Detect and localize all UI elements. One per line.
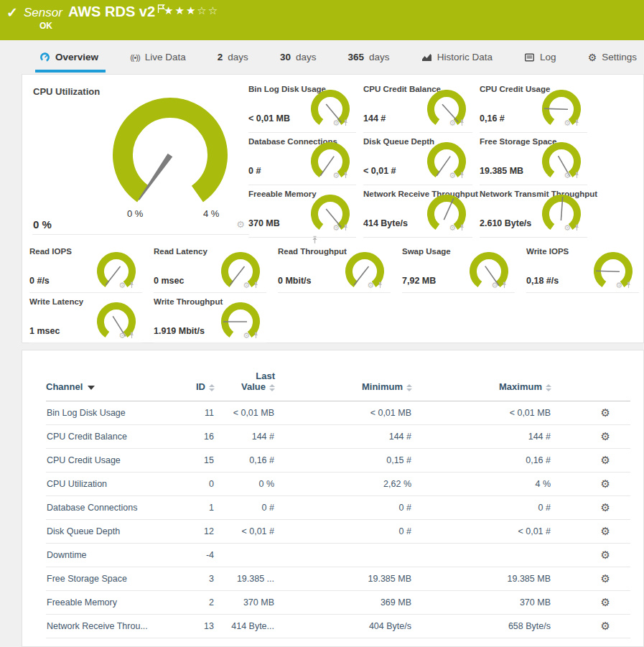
pin-icon[interactable] — [574, 116, 580, 129]
column-header-channel[interactable]: Channel — [46, 371, 157, 401]
gauge-value: 0,16 # — [480, 113, 505, 124]
tab-live-data[interactable]: ((•))Live Data — [130, 49, 186, 65]
cell-maximum: 370 MB — [412, 591, 551, 615]
pin-icon[interactable] — [253, 329, 259, 342]
gauge-tile-icons: ⚙ — [118, 329, 135, 342]
pin-icon[interactable] — [342, 169, 349, 182]
gear-icon[interactable]: ⚙ — [118, 281, 126, 289]
pin-icon[interactable] — [342, 221, 349, 234]
cell-id: 0 — [157, 473, 215, 496]
gauge-tile-icons: ⚙ — [332, 116, 349, 129]
channel-settings-gear-icon[interactable]: ⚙ — [601, 549, 610, 561]
column-header-max[interactable]: Maximum — [412, 371, 551, 401]
column-header-min[interactable]: Minimum — [275, 371, 412, 401]
tab-2-days[interactable]: 2days — [218, 49, 248, 65]
table-row-cpu-utilization: CPU Utilization00 %2,62 %4 %⚙ — [46, 473, 630, 496]
channel-settings-gear-icon[interactable]: ⚙ — [601, 406, 610, 419]
cell-channel: Freeable Memory — [46, 591, 157, 615]
cell-last-value: < 0,01 MB — [215, 401, 275, 425]
cell-actions: ⚙ — [551, 567, 630, 591]
gear-icon[interactable]: ⚙ — [243, 332, 250, 340]
gear-icon[interactable]: ⚙ — [449, 119, 456, 127]
pin-icon[interactable] — [625, 279, 632, 292]
pin-icon[interactable] — [129, 279, 135, 292]
table-row-cpu-credit-usage: CPU Credit Usage150,16 #0,15 #0,16 #⚙ — [46, 449, 630, 473]
tab-settings[interactable]: ⚙Settings — [588, 49, 637, 66]
pin-icon[interactable] — [459, 116, 465, 129]
pin-icon[interactable] — [459, 169, 465, 182]
sort-icon — [546, 384, 551, 391]
gear-icon[interactable]: ⚙ — [367, 281, 374, 289]
cell-id: 3 — [157, 567, 215, 591]
gear-icon[interactable]: ⚙ — [564, 172, 571, 180]
pin-icon[interactable] — [574, 221, 580, 234]
gauge-tile-network-transmit-throughput: Network Transmit Throughput2.610 Byte/s⚙ — [480, 185, 587, 238]
gear-icon[interactable]: ⚙ — [449, 224, 456, 232]
gauge-tile-write-latency: Write Latency1 msec⚙ — [29, 293, 142, 343]
gauge-title: Freeable Memory — [248, 190, 317, 198]
gauge-title: Read Latency — [154, 247, 207, 256]
gauge-value: 7,92 MB — [402, 276, 436, 286]
gear-icon[interactable]: ⚙ — [564, 224, 571, 232]
cell-actions: ⚙ — [551, 401, 630, 425]
gauge-value: 1.919 Mbit/s — [154, 326, 205, 336]
pin-icon[interactable] — [574, 169, 580, 182]
column-header-last[interactable]: LastValue — [215, 371, 275, 401]
tab-historic-data[interactable]: Historic Data — [421, 49, 493, 65]
gauge-tile-freeable-memory: Freeable Memory370 MB⚙ — [248, 185, 356, 238]
pin-icon[interactable] — [342, 116, 349, 129]
pin-icon[interactable] — [253, 279, 259, 292]
gauge-tile-icons: ⚙ — [449, 221, 465, 234]
stars-empty: ☆☆ — [197, 4, 219, 17]
tab-overview[interactable]: Overview — [39, 49, 98, 65]
gauge-tile-write-iops: Write IOPS0,18 #/s⚙ — [526, 243, 639, 293]
cell-maximum: < 0,01 MB — [412, 401, 551, 425]
tab-bar: Overview((•))Live Data2days30days365days… — [0, 40, 644, 74]
column-header-id[interactable]: ID — [157, 371, 215, 401]
gauge-tile-icons: ⚙ — [367, 279, 383, 292]
gear-icon[interactable]: ⚙ — [332, 172, 340, 180]
gear-icon[interactable]: ⚙ — [236, 220, 245, 229]
channel-settings-gear-icon[interactable]: ⚙ — [601, 620, 610, 632]
priority-stars[interactable]: ★★★☆☆ — [164, 4, 219, 17]
gear-icon[interactable]: ⚙ — [564, 119, 571, 127]
gear-icon[interactable]: ⚙ — [615, 281, 622, 289]
gear-icon[interactable]: ⚙ — [491, 281, 498, 289]
gauge-tile-icons: ⚙ — [243, 279, 259, 292]
gauge-value: < 0,01 # — [363, 166, 396, 176]
tab-label: days — [369, 52, 390, 62]
gear-icon[interactable]: ⚙ — [332, 119, 340, 127]
gear-icon[interactable]: ⚙ — [243, 281, 250, 289]
channel-settings-gear-icon[interactable]: ⚙ — [601, 572, 610, 585]
gauge-tile-icons: ⚙ — [332, 221, 349, 234]
tab-365-days[interactable]: 365days — [348, 49, 390, 65]
gauge-value: 0 msec — [154, 276, 184, 286]
tab-label: Overview — [55, 52, 98, 62]
channel-settings-gear-icon[interactable]: ⚙ — [601, 525, 610, 537]
cell-maximum — [412, 544, 551, 567]
gear-icon[interactable]: ⚙ — [118, 332, 126, 340]
gauge-tile-bin-log-disk-usage: Bin Log Disk Usage< 0,01 MB⚙ — [248, 80, 356, 133]
cell-channel: Downtime — [46, 544, 157, 567]
channel-settings-gear-icon[interactable]: ⚙ — [601, 454, 610, 466]
cell-actions: ⚙ — [551, 520, 630, 544]
pin-icon[interactable] — [377, 279, 383, 292]
channel-settings-gear-icon[interactable]: ⚙ — [601, 430, 610, 442]
pin-icon[interactable] — [459, 221, 465, 234]
channel-settings-gear-icon[interactable]: ⚙ — [601, 478, 610, 490]
tab-number: 365 — [348, 52, 365, 62]
cell-id: 1 — [157, 496, 215, 520]
channel-settings-gear-icon[interactable]: ⚙ — [601, 596, 610, 608]
gear-icon[interactable]: ⚙ — [332, 224, 340, 232]
tab-log[interactable]: Log — [524, 49, 556, 65]
gauge-tile-read-iops: Read IOPS0 #/s⚙ — [29, 243, 142, 293]
channel-settings-gear-icon[interactable]: ⚙ — [601, 501, 610, 513]
gear-icon[interactable]: ⚙ — [449, 172, 456, 180]
pin-icon[interactable] — [501, 279, 508, 292]
tab-label: Historic Data — [437, 52, 493, 62]
sort-icon — [406, 384, 412, 391]
tab-30-days[interactable]: 30days — [280, 49, 317, 65]
table-header-row: ChannelIDLastValueMinimumMaximum — [46, 371, 630, 401]
gauge-icon — [39, 52, 50, 62]
pin-icon[interactable] — [129, 329, 135, 342]
